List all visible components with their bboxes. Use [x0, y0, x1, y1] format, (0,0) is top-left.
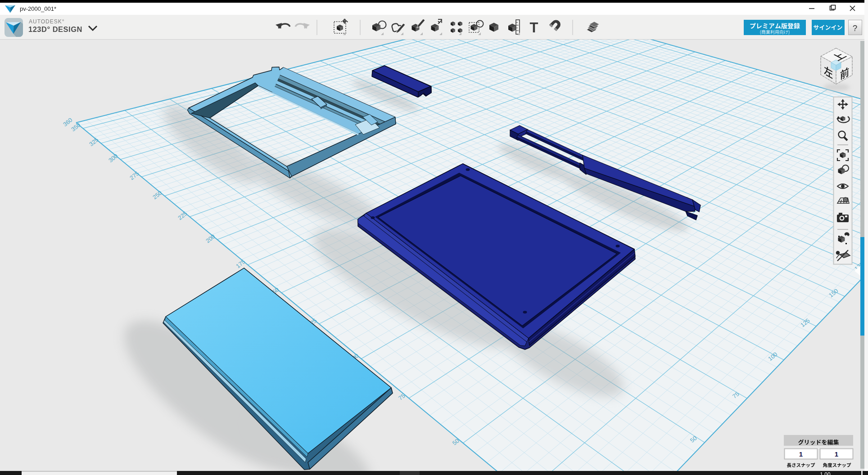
- svg-text:1.00: 1.00: [820, 471, 831, 475]
- svg-text:1: 1: [835, 450, 838, 458]
- svg-text:1: 1: [799, 450, 803, 458]
- svg-text:AUTODESK°: AUTODESK°: [29, 18, 65, 25]
- svg-text:?: ?: [853, 23, 858, 33]
- svg-text:pv-2000_001*: pv-2000_001*: [20, 5, 56, 12]
- svg-text:123D° DESIGN: 123D° DESIGN: [28, 25, 82, 33]
- svg-text:T: T: [530, 20, 538, 36]
